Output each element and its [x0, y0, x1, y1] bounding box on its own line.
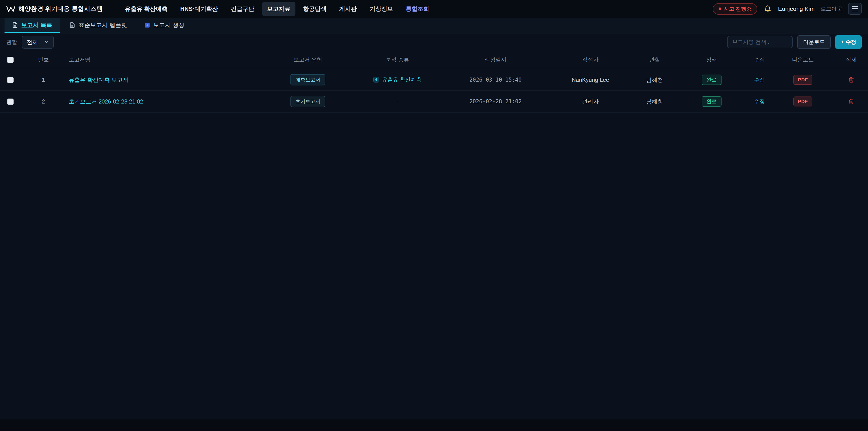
author: 관리자 [547, 91, 634, 112]
select-all-checkbox[interactable] [7, 57, 13, 63]
hamburger-menu-button[interactable] [848, 3, 862, 15]
report-name-link[interactable]: 유출유 확산예측 보고서 [69, 76, 128, 83]
tab-report-list[interactable]: 보고서 목록 [4, 18, 60, 33]
edit-link[interactable]: 수정 [754, 98, 765, 104]
tab-label: 보고서 목록 [21, 21, 52, 29]
header-analysis-type: 분석 종류 [351, 51, 444, 69]
tab-report-create[interactable]: 보고서 생성 [136, 18, 192, 33]
report-name-link[interactable]: 초기보고서 2026-02-28 21:02 [69, 98, 143, 105]
app-brand: 해양환경 위기대응 통합시스템 [6, 5, 103, 13]
created-at: 2026-02-28 21:02 [444, 91, 547, 112]
app-title: 해양환경 위기대응 통합시스템 [19, 5, 103, 13]
row-number: 1 [21, 69, 66, 91]
delete-button[interactable] [847, 76, 855, 84]
header-author: 작성자 [547, 51, 634, 69]
tab-label: 표준보고서 템플릿 [79, 21, 127, 29]
create-report-icon [144, 22, 150, 28]
edit-button[interactable]: + 수정 [835, 35, 862, 49]
report-table-container: 번호 보고서명 보고서 유형 분석 종류 생성일시 작성자 관할 상태 수정 다… [0, 51, 868, 420]
top-navbar: 해양환경 위기대응 통합시스템 유출유 확산예측 HNS·대기확산 긴급구난 보… [0, 0, 868, 18]
nav-item-aerial-search[interactable]: 항공탐색 [298, 2, 332, 16]
delete-button[interactable] [847, 98, 855, 105]
bell-icon [764, 5, 771, 12]
report-table: 번호 보고서명 보고서 유형 분석 종류 생성일시 작성자 관할 상태 수정 다… [0, 51, 868, 113]
header-report-name: 보고서명 [66, 51, 265, 69]
main-menu: 유출유 확산예측 HNS·대기확산 긴급구난 보고자료 항공탐색 게시판 기상정… [120, 2, 434, 16]
header-jurisdiction: 관할 [634, 51, 675, 69]
row-checkbox[interactable] [7, 98, 13, 105]
header-no: 번호 [21, 51, 66, 69]
tab-label: 보고서 생성 [153, 21, 184, 29]
status-badge: 완료 [702, 74, 721, 85]
bottom-bar [0, 420, 868, 431]
nav-item-weather[interactable]: 기상정보 [365, 2, 398, 16]
jurisdiction-filter-label: 관할 [6, 38, 17, 45]
jurisdiction-selected-value: 전체 [27, 38, 38, 46]
table-row: 1 유출유 확산예측 보고서 예측보고서 유출유 확산예측 2026-03-10… [0, 69, 868, 91]
incident-status-badge: 사고 진행중 [713, 3, 757, 15]
nav-item-board[interactable]: 게시판 [334, 2, 362, 16]
header-status: 상태 [675, 51, 748, 69]
nav-item-reports[interactable]: 보고자료 [262, 2, 296, 16]
pdf-download-button[interactable]: PDF [794, 96, 812, 106]
incident-dot-icon [719, 7, 721, 10]
user-name: Eunjeong Kim [778, 5, 815, 12]
edit-link[interactable]: 수정 [754, 76, 765, 83]
nav-item-rescue[interactable]: 긴급구난 [226, 2, 259, 16]
status-badge: 완료 [702, 96, 721, 107]
report-tabs: 보고서 목록 표준보고서 템플릿 보고서 생성 [0, 18, 868, 33]
incident-status-label: 사고 진행중 [724, 5, 751, 12]
row-number: 2 [21, 91, 66, 112]
nav-item-integrated-search[interactable]: 통합조회 [401, 2, 434, 16]
header-download: 다운로드 [771, 51, 835, 69]
analysis-type-link[interactable]: 유출유 확산예측 [382, 76, 422, 83]
template-doc-icon [69, 22, 75, 28]
pdf-download-button[interactable]: PDF [794, 75, 812, 85]
wing-logo-icon [6, 6, 16, 12]
jurisdiction-select[interactable]: 전체 [22, 36, 54, 49]
created-at: 2026-03-10 15:40 [444, 69, 547, 91]
analysis-type-empty: - [397, 98, 398, 105]
chevron-down-icon [44, 40, 49, 44]
hamburger-icon [852, 6, 858, 7]
report-search-input[interactable] [727, 36, 793, 48]
oil-spill-analysis-icon [373, 76, 379, 83]
filter-bar: 관할 전체 다운로드 + 수정 [0, 33, 868, 51]
author: NanKyung Lee [547, 69, 634, 91]
tab-report-template[interactable]: 표준보고서 템플릿 [62, 18, 135, 33]
report-type-badge: 예측보고서 [290, 74, 325, 86]
nav-item-hns[interactable]: HNS·대기확산 [175, 2, 223, 16]
logout-link[interactable]: 로그아웃 [820, 5, 842, 12]
header-report-type: 보고서 유형 [265, 51, 351, 69]
header-delete: 삭제 [835, 51, 868, 69]
report-list-icon [12, 22, 18, 28]
trash-icon [848, 77, 854, 83]
report-type-badge: 초기보고서 [290, 96, 325, 107]
header-edit: 수정 [748, 51, 771, 69]
table-row: 2 초기보고서 2026-02-28 21:02 초기보고서 - 2026-02… [0, 91, 868, 112]
nav-item-oil-spill[interactable]: 유출유 확산예측 [120, 2, 173, 16]
jurisdiction: 남해청 [634, 69, 675, 91]
notification-bell-button[interactable] [763, 4, 772, 13]
download-button[interactable]: 다운로드 [797, 35, 831, 49]
row-checkbox[interactable] [7, 77, 13, 83]
table-header-row: 번호 보고서명 보고서 유형 분석 종류 생성일시 작성자 관할 상태 수정 다… [0, 51, 868, 69]
jurisdiction: 남해청 [634, 91, 675, 112]
header-created-at: 생성일시 [444, 51, 547, 69]
trash-icon [848, 98, 854, 104]
